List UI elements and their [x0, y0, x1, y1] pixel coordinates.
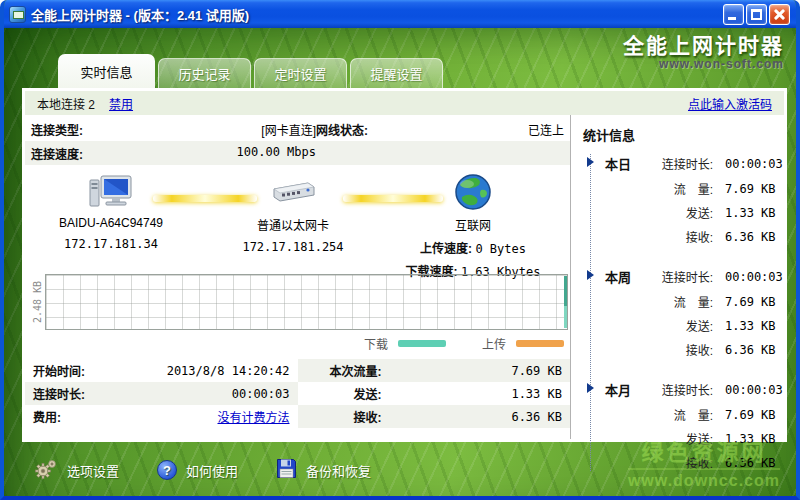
connection-bar: 本地连接 2 禁用 点此输入激活码	[25, 91, 784, 115]
internet-node: 互联网 上传速度: 0 Bytes 下载速度: 1.63 Kbytes	[385, 171, 561, 279]
activation-code-link[interactable]: 点此输入激活码	[688, 95, 772, 112]
computer-ip: 172.17.181.34	[41, 237, 181, 251]
received-row: 接收: 6.36 KB	[298, 405, 571, 428]
realtime-main: 连接类型: [网卡直连] 网线状态: 已连上 连接速度: 100.00 Mbps	[25, 115, 570, 439]
received-value: 6.36 KB	[382, 410, 563, 424]
cable-status-label: 网线状态:	[316, 121, 406, 138]
duration-row: 连接时长: 00:00:03	[25, 382, 298, 405]
statistics-sidebar: 统计信息 本日 连接时长: 00:00:03 流 量: 7.69 KB 发送:	[570, 115, 784, 439]
disable-link[interactable]: 禁用	[109, 95, 133, 112]
group-name: 本周	[605, 267, 639, 286]
traffic-graph: 2.48 KB	[25, 274, 570, 330]
computer-icon	[41, 171, 181, 213]
floppy-disk-icon	[276, 458, 297, 482]
graph-ymax-label: 2.48 KB	[29, 274, 45, 330]
title-bar[interactable]: 全能上网计时器 - (版本：2.41 试用版)	[4, 0, 796, 28]
duration-value: 00:00:03	[119, 387, 290, 401]
tree-arrow-icon[interactable]	[587, 157, 594, 167]
connection-type-row: 连接类型: [网卡直连] 网线状态: 已连上	[25, 117, 570, 141]
upload-speed-value: 0 Bytes	[475, 242, 526, 256]
options-settings-button[interactable]: 选项设置	[34, 458, 119, 483]
gear-icon	[34, 458, 58, 483]
how-to-use-label: 如何使用	[186, 461, 238, 480]
start-time-row: 开始时间: 2013/8/8 14:20:42	[25, 359, 298, 382]
legend-upload-swatch	[516, 340, 564, 347]
backup-restore-label: 备份和恢复	[306, 461, 371, 480]
ethernet-adapter-icon	[223, 171, 363, 213]
legend-upload-label: 上传	[482, 335, 506, 352]
adapter-name: 普通以太网卡	[223, 216, 363, 233]
options-settings-label: 选项设置	[67, 461, 119, 480]
close-button[interactable]	[769, 4, 790, 25]
fee-row: 费用: 没有计费方法	[25, 405, 298, 428]
content-panel: 本地连接 2 禁用 点此输入激活码 连接类型: [网卡直连] 网线状态: 已连上	[22, 88, 787, 442]
tree-arrow-icon[interactable]	[587, 383, 594, 393]
connection-type-label: 连接类型:	[31, 121, 121, 138]
session-info: 开始时间: 2013/8/8 14:20:42 连接时长: 00:00:03 费…	[25, 359, 570, 428]
stats-group-today: 本日 连接时长: 00:00:03 流 量: 7.69 KB 发送: 1.33 …	[591, 154, 776, 245]
brand-name: 全能上网计时器	[623, 34, 784, 58]
computer-node: BAIDU-A64C94749 172.17.181.34	[41, 171, 181, 251]
maximize-button[interactable]	[746, 4, 767, 25]
brand-website: www.won-soft.com	[623, 58, 784, 72]
bottom-toolbar: 选项设置 ? 如何使用 备份和恢复	[4, 444, 796, 496]
sent-value: 1.33 KB	[382, 387, 563, 401]
total-traffic-row: 本次流量: 7.69 KB	[298, 359, 571, 382]
tab-history[interactable]: 历史记录	[158, 58, 251, 88]
group-name: 本日	[605, 154, 639, 173]
stats-group-week: 本周 连接时长: 00:00:03 流 量: 7.69 KB 发送: 1.33 …	[591, 267, 776, 358]
statistics-title: 统计信息	[583, 125, 776, 144]
connection-name: 本地连接 2	[37, 95, 95, 112]
maximize-icon	[751, 9, 762, 20]
app-window: 全能上网计时器 - (版本：2.41 试用版) 全能上网计时器 www.won-…	[0, 0, 800, 500]
tab-bar: 实时信息 历史记录 定时设置 提醒设置	[58, 54, 443, 88]
legend-download-label: 下载	[364, 335, 388, 352]
upload-speed-row: 上传速度: 0 Bytes	[385, 239, 561, 256]
tree-arrow-icon[interactable]	[587, 270, 594, 280]
how-to-use-button[interactable]: ? 如何使用	[157, 460, 238, 480]
connection-speed-value: 100.00 Mbps	[121, 145, 316, 162]
adapter-ip: 172.17.181.254	[223, 240, 363, 254]
total-traffic-value: 7.69 KB	[382, 364, 563, 378]
adapter-node: 普通以太网卡 172.17.181.254	[223, 171, 363, 254]
help-icon: ?	[157, 460, 177, 480]
statistics-tree: 本日 连接时长: 00:00:03 流 量: 7.69 KB 发送: 1.33 …	[590, 154, 776, 471]
download-spike	[564, 276, 567, 328]
upload-speed-label: 上传速度:	[420, 242, 472, 256]
app-icon[interactable]	[9, 6, 26, 23]
backup-restore-button[interactable]: 备份和恢复	[276, 458, 371, 482]
computer-name: BAIDU-A64C94749	[41, 216, 181, 230]
connection-speed-label: 连接速度:	[31, 145, 121, 162]
globe-icon	[385, 171, 561, 213]
group-name: 本月	[605, 380, 639, 399]
network-diagram: BAIDU-A64C94749 172.17.181.34	[25, 169, 570, 271]
graph-plot-area	[45, 274, 568, 330]
connection-speed-row: 连接速度: 100.00 Mbps	[25, 141, 570, 165]
internet-name: 互联网	[385, 216, 561, 233]
legend-download-swatch	[398, 340, 446, 347]
minimize-button[interactable]	[723, 4, 744, 25]
tab-realtime-info[interactable]: 实时信息	[58, 54, 155, 88]
cable-status-value: 已连上	[406, 121, 564, 138]
sent-row: 发送: 1.33 KB	[298, 382, 571, 405]
billing-method-link[interactable]: 没有计费方法	[217, 411, 289, 425]
window-title: 全能上网计时器 - (版本：2.41 试用版)	[31, 5, 723, 24]
minimize-icon	[728, 17, 736, 20]
brand-block: 全能上网计时器 www.won-soft.com	[623, 34, 784, 72]
tab-reminder-settings[interactable]: 提醒设置	[350, 58, 443, 88]
app-background: 全能上网计时器 www.won-soft.com 实时信息 历史记录 定时设置 …	[4, 28, 796, 496]
tab-schedule-settings[interactable]: 定时设置	[254, 58, 347, 88]
connection-type-value: [网卡直连]	[121, 121, 316, 138]
start-time-value: 2013/8/8 14:20:42	[119, 364, 290, 378]
graph-legend: 下载 上传	[25, 330, 570, 355]
